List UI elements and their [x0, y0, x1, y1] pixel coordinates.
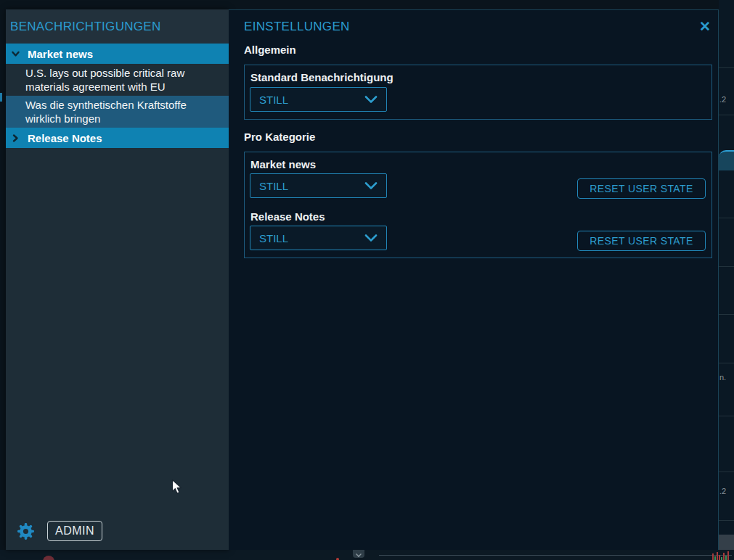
background-axis-label-fragment: .2 — [719, 95, 726, 104]
background-gridline — [719, 67, 734, 68]
chevron-down-icon — [11, 49, 20, 59]
close-icon[interactable]: ✕ — [696, 17, 714, 36]
settings-panel: EINSTELLUNGEN ✕ Allgemein Standard Benac… — [229, 9, 719, 550]
background-gridline — [719, 520, 734, 521]
background-gridline — [719, 314, 734, 315]
news-item[interactable]: U.S. lays out possible critical raw mate… — [6, 64, 229, 96]
background-gridline — [719, 266, 734, 267]
gear-icon[interactable] — [17, 522, 35, 540]
background-left-edge-fragment — [0, 93, 2, 102]
general-settings-box: Standard Benachrichtigung STILL — [244, 65, 712, 120]
market-news-dropdown[interactable]: STILL — [250, 173, 387, 198]
field-label: Market news — [250, 158, 316, 170]
chevron-down-icon — [364, 95, 378, 104]
section-heading-general: Allgemein — [244, 44, 296, 56]
per-category-settings-box: Market news STILL RESET USER STATE Relea… — [244, 152, 712, 258]
release-notes-dropdown[interactable]: STILL — [250, 226, 387, 250]
category-row-release-notes[interactable]: Release Notes — [6, 128, 229, 148]
admin-button[interactable]: ADMIN — [47, 521, 102, 541]
background-gridline — [719, 115, 734, 115]
background-red-badge-fragment — [43, 556, 54, 560]
background-chart-edge: .2 n. .2 — [719, 0, 734, 550]
background-gridline — [719, 218, 734, 218]
field-label: Standard Benachrichtigung — [250, 71, 393, 83]
category-label: Market news — [28, 48, 93, 60]
dropdown-value: STILL — [259, 180, 288, 192]
background-axis-label-fragment: .2 — [719, 487, 726, 495]
dropdown-value: STILL — [259, 232, 288, 244]
sidebar-footer: ADMIN — [17, 521, 102, 541]
collapse-handle[interactable] — [353, 550, 364, 558]
reset-user-state-button-market-news[interactable]: RESET USER STATE — [577, 178, 706, 199]
chevron-right-icon — [11, 133, 20, 143]
default-notification-dropdown[interactable]: STILL — [250, 87, 387, 112]
news-item-highlighted[interactable]: Was die synthetischen Kraftstoffe wirkli… — [6, 96, 229, 128]
category-label: Release Notes — [28, 132, 102, 144]
reset-user-state-button-release-notes[interactable]: RESET USER STATE — [577, 231, 706, 251]
background-gridline — [719, 416, 734, 416]
chevron-down-icon — [364, 234, 378, 242]
dropdown-value: STILL — [259, 94, 288, 106]
category-row-market-news[interactable]: Market news — [6, 44, 229, 64]
settings-panel-title: EINSTELLUNGEN — [244, 20, 350, 34]
background-area-chart-fragment — [719, 150, 734, 170]
background-bottom-edge — [0, 550, 734, 560]
background-divider-line — [379, 555, 732, 556]
chevron-down-icon — [364, 181, 378, 190]
background-gridline — [719, 363, 734, 363]
section-heading-per-category: Pro Kategorie — [244, 131, 315, 143]
field-label: Release Notes — [250, 210, 325, 223]
notifications-panel: BENACHRICHTIGUNGEN Market news U.S. lays… — [6, 9, 229, 550]
background-gridline — [719, 472, 734, 472]
notifications-panel-title: BENACHRICHTIGUNGEN — [6, 9, 229, 44]
background-toolbar-fragment — [719, 535, 734, 550]
background-volume-bars-fragment — [712, 551, 733, 560]
background-text-fragment: n. — [719, 373, 726, 382]
